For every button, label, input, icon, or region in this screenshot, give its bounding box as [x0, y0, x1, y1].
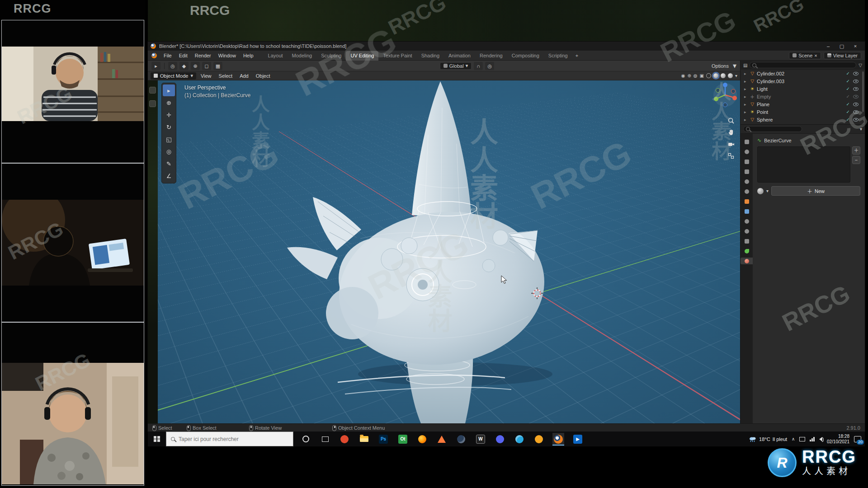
tool-select-box[interactable]: ▸: [163, 84, 175, 96]
overlay-toggle-icon[interactable]: ◻: [202, 62, 211, 70]
tray-expand-icon[interactable]: ∧: [792, 436, 795, 441]
tab-texture-paint[interactable]: Texture Paint: [378, 51, 416, 61]
viewport-menu-view[interactable]: View: [198, 73, 214, 79]
expand-icon[interactable]: ▸: [744, 110, 749, 114]
xray-toggle-icon[interactable]: ▦: [213, 62, 222, 70]
maximize-icon[interactable]: ▢: [835, 42, 849, 51]
tab-render-icon[interactable]: [743, 148, 750, 155]
tab-world-icon[interactable]: [743, 188, 750, 195]
notification-center-icon[interactable]: 20: [854, 436, 861, 442]
outliner-row-light[interactable]: ▸☀ Light ✓: [741, 85, 860, 93]
orientation-dropdown[interactable]: Global ▾: [440, 62, 472, 70]
amber-app-icon[interactable]: [533, 433, 545, 446]
movies-app-icon[interactable]: ▶: [572, 433, 584, 446]
outliner-row-cylinder-002[interactable]: ▸▽ Cylinder.002 ✓: [741, 70, 860, 77]
pan-hand-icon[interactable]: [726, 127, 736, 137]
file-explorer-icon[interactable]: [358, 433, 370, 446]
remove-slot-button[interactable]: −: [852, 156, 860, 164]
tab-output-icon[interactable]: [743, 158, 750, 165]
tool-scale[interactable]: ◱: [163, 133, 175, 145]
orange-triangle-app-icon[interactable]: [436, 433, 448, 446]
shading-wireframe-icon[interactable]: [706, 73, 711, 78]
menu-edit[interactable]: Edit: [175, 51, 191, 61]
view-layer-selector[interactable]: View Layer: [824, 52, 861, 59]
close-icon[interactable]: ×: [849, 42, 862, 51]
visibility-eye-icon[interactable]: [853, 110, 859, 114]
zoom-icon[interactable]: [726, 116, 736, 126]
tab-shading[interactable]: Shading: [417, 51, 444, 61]
checkbox-icon[interactable]: ✓: [846, 117, 850, 122]
viewport-menu-object[interactable]: Object: [253, 73, 273, 79]
checkbox-icon[interactable]: ✓: [846, 109, 850, 114]
properties-search[interactable]: [743, 126, 802, 132]
visibility-eye-icon[interactable]: [853, 118, 859, 122]
photoshop-icon[interactable]: Ps: [377, 433, 389, 446]
material-browse-icon[interactable]: [757, 188, 764, 194]
viewport-3d[interactable]: User Perspective (1) Collection | Bezier…: [148, 80, 740, 423]
menu-file[interactable]: File: [160, 51, 175, 61]
menu-help[interactable]: Help: [240, 51, 257, 61]
tab-constraints-icon[interactable]: [743, 238, 750, 244]
transform-pivot-icon[interactable]: ◎: [168, 62, 177, 70]
tool-rotate[interactable]: ↻: [163, 121, 175, 133]
visibility-eye-icon[interactable]: [853, 103, 859, 106]
toggle-xray-icon[interactable]: ▣: [700, 73, 704, 78]
tab-modeling[interactable]: Modeling: [288, 51, 317, 61]
visibility-eye-icon[interactable]: [853, 80, 859, 83]
tab-uv-editing[interactable]: UV Editing: [346, 51, 378, 61]
tab-compositing[interactable]: Compositing: [507, 51, 544, 61]
select-mode-icon[interactable]: ◉: [681, 73, 685, 78]
camera-view-icon[interactable]: [726, 139, 736, 149]
snap-target-icon[interactable]: ◆: [179, 62, 189, 70]
tab-animation[interactable]: Animation: [444, 51, 475, 61]
viewport-menu-add[interactable]: Add: [237, 73, 251, 79]
tool-transform[interactable]: ◎: [163, 145, 175, 157]
toggle-perspective-icon[interactable]: [726, 151, 736, 161]
shading-solid-icon[interactable]: [713, 73, 718, 78]
scene-selector[interactable]: Scene ×: [789, 52, 821, 59]
green-app-icon[interactable]: Ot: [397, 433, 409, 446]
blender-taskbar-icon[interactable]: [552, 433, 564, 446]
network-tray-icon[interactable]: [810, 436, 815, 441]
material-slots-list[interactable]: [757, 146, 850, 183]
show-gizmo-icon[interactable]: ⊕: [687, 73, 691, 78]
options-dropdown[interactable]: Options: [712, 63, 731, 69]
show-overlays-icon[interactable]: ◍: [693, 73, 698, 78]
firefox-icon[interactable]: [416, 433, 428, 446]
tool-move[interactable]: ✛: [163, 109, 175, 121]
add-workspace-button[interactable]: +: [572, 51, 581, 61]
outliner-scrollbar[interactable]: [862, 71, 864, 112]
expand-icon[interactable]: ▸: [744, 87, 749, 91]
add-slot-button[interactable]: ＋: [852, 146, 860, 155]
visibility-eye-icon[interactable]: [853, 87, 859, 91]
navigation-gizmo[interactable]: [712, 82, 738, 108]
tab-object-data-icon[interactable]: [743, 248, 750, 254]
outliner-display-mode-icon[interactable]: ▤: [743, 63, 747, 68]
expand-icon[interactable]: ▸: [744, 117, 749, 122]
discord-icon[interactable]: [494, 433, 506, 446]
outliner-row-cylinder-003[interactable]: ▸▽ Cylinder.003 ✓: [741, 77, 860, 85]
checkbox-icon[interactable]: ✓: [846, 71, 850, 76]
outliner-row-sphere[interactable]: ▸▽ Sphere ✓: [741, 116, 860, 123]
outliner-row-empty[interactable]: ▸＋ Empty ✓: [741, 93, 860, 100]
proportional-edit-icon[interactable]: ◎: [485, 62, 494, 70]
outliner-row-point[interactable]: ▸☀ Point ✓: [741, 108, 860, 116]
material-browse-caret-icon[interactable]: ▾: [766, 188, 769, 193]
shading-options-caret-icon[interactable]: ▾: [735, 73, 737, 78]
taskbar-clock[interactable]: 18:28 02/10/2021: [827, 434, 849, 445]
active-tool-icon[interactable]: ▸: [151, 62, 160, 70]
checkbox-icon[interactable]: ✓: [846, 102, 850, 107]
tab-modifiers-icon[interactable]: [743, 208, 750, 215]
menu-render[interactable]: Render: [191, 51, 215, 61]
viewport-menu-select[interactable]: Select: [216, 73, 236, 79]
menu-window[interactable]: Window: [215, 51, 240, 61]
shading-material-icon[interactable]: [721, 73, 726, 78]
properties-pin-icon[interactable]: ▾: [860, 127, 862, 131]
new-material-button[interactable]: ＋ New: [771, 186, 860, 196]
expand-icon[interactable]: ▸: [744, 71, 749, 76]
checkbox-icon[interactable]: ✓: [846, 86, 850, 91]
outliner-row-plane[interactable]: ▸▽ Plane ✓: [741, 100, 860, 108]
skype-icon[interactable]: [514, 433, 525, 446]
outliner-filter-icon[interactable]: ▽: [859, 63, 862, 68]
expand-icon[interactable]: ▸: [744, 94, 749, 99]
